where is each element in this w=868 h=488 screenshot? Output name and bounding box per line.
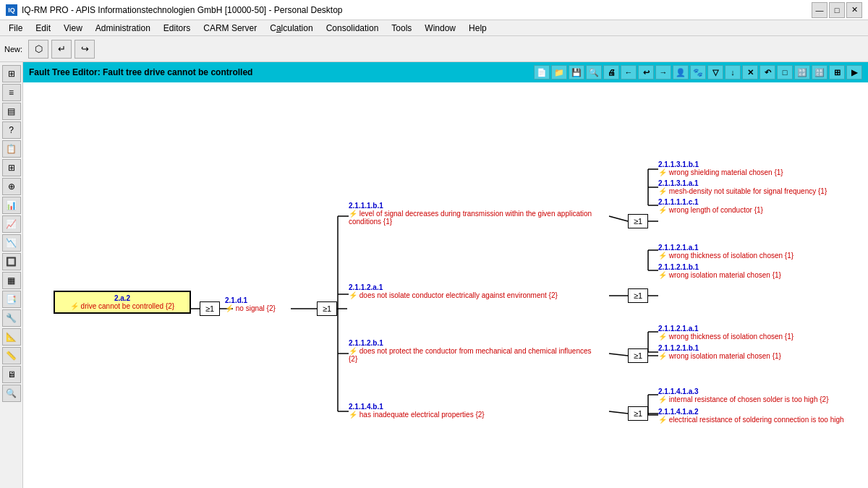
leaf-3[interactable]: 2.1.1.1.1.c.1 ⚡ wrong length of conducto… [658, 198, 763, 214]
node-root[interactable]: 2.a.2 ⚡ drive cannot be controlled {2} [54, 291, 191, 314]
gate-b1[interactable]: ≥1 [628, 214, 648, 228]
sidebar-btn-chart1[interactable]: 📊 [2, 197, 21, 214]
editor-btn-save[interactable]: 💾 [569, 65, 584, 80]
gate-1[interactable]: ≥1 [200, 301, 220, 316]
sidebar-btn-grid[interactable]: ⊞ [2, 65, 21, 82]
editor-btn-close[interactable]: ✕ [742, 65, 758, 80]
leaf-4[interactable]: 2.1.1.2.1.a.1 ⚡ wrong thickness of isola… [658, 244, 793, 260]
sidebar-btn-doc[interactable]: 📑 [2, 291, 21, 308]
leaf-9[interactable]: 2.1.1.4.1.a.2 ⚡ electrical resistance of… [658, 408, 844, 424]
sidebar-btn-sym[interactable]: ⊞ [2, 159, 21, 176]
gate-b4[interactable]: ≥1 [628, 406, 648, 421]
menu-file[interactable]: File [3, 22, 28, 35]
menu-tools[interactable]: Tools [386, 22, 417, 35]
leaf-4-text: ⚡ wrong thickness of isolation chosen {1… [658, 252, 793, 260]
toolbar-btn-2[interactable]: ↵ [51, 40, 72, 59]
leaf-7[interactable]: 2.1.1.2.1.b.1 ⚡ wrong isolation material… [658, 344, 781, 360]
menu-consolidation[interactable]: Consolidation [320, 22, 385, 35]
leaf-7-label: 2.1.1.2.1.b.1 [658, 344, 781, 352]
gate-1-label: ≥1 [200, 301, 220, 316]
sidebar-btn-zoom[interactable]: 🔍 [2, 385, 21, 402]
sidebar-btn-rect[interactable]: 🔲 [2, 253, 21, 270]
gate-b3[interactable]: ≥1 [628, 348, 648, 363]
gate-2-label: ≥1 [317, 301, 337, 316]
editor-btn-down[interactable]: ↓ [725, 65, 741, 80]
menu-calculation[interactable]: Calculation [264, 22, 318, 35]
leaf-5[interactable]: 2.1.1.2.1.b.1 ⚡ wrong isolation material… [658, 263, 781, 279]
editor-btn-right[interactable]: → [655, 65, 671, 80]
sidebar-btn-tree[interactable]: ▤ [2, 103, 21, 120]
sidebar-btn-table[interactable]: ▦ [2, 272, 21, 289]
leaf-6[interactable]: 2.1.1.2.1.a.1 ⚡ wrong thickness of isola… [658, 325, 793, 341]
sidebar-btn-clip[interactable]: 📋 [2, 140, 21, 158]
sidebar-btn-monitor[interactable]: 🖥 [2, 366, 21, 383]
node-b4[interactable]: 2.1.1.4.b.1 ⚡ has inadequate electrical … [349, 403, 602, 419]
node-b1[interactable]: 2.1.1.1.b.1 ⚡ level of signal decreases … [349, 202, 602, 226]
editor-btn-print[interactable]: 🖨 [603, 65, 619, 80]
node-b1-label: 2.1.1.1.b.1 [349, 202, 602, 210]
svg-line-12 [609, 411, 628, 414]
editor-btn-expand[interactable]: ⊞ [829, 65, 845, 80]
menu-view[interactable]: View [58, 22, 88, 35]
editor-btn-left[interactable]: ← [621, 65, 637, 80]
gate-b2[interactable]: ≥1 [628, 288, 648, 303]
editor-btn-user[interactable]: 👤 [673, 65, 689, 80]
sidebar-btn-measure[interactable]: 📐 [2, 328, 21, 346]
leaf-6-text: ⚡ wrong thickness of isolation chosen {1… [658, 333, 793, 341]
sidebar-btn-list[interactable]: ≡ [2, 84, 21, 101]
sidebar-btn-help[interactable]: ? [2, 121, 21, 139]
gate-2[interactable]: ≥1 [317, 301, 337, 316]
editor-btn-open[interactable]: 📁 [551, 65, 567, 80]
leaf-9-label: 2.1.1.4.1.a.2 [658, 408, 844, 416]
node-b4-text: ⚡ has inadequate electrical properties {… [349, 411, 602, 419]
editor-btn-filter[interactable]: ▽ [707, 65, 723, 80]
editor-btn-paw[interactable]: 🐾 [690, 65, 706, 80]
sidebar-btn-chart2[interactable]: 📈 [2, 215, 21, 233]
menu-administration[interactable]: Administration [90, 22, 156, 35]
leaf-2[interactable]: 2.1.1.3.1.a.1 ⚡ mesh-density not suitabl… [658, 179, 827, 195]
menu-edit[interactable]: Edit [30, 22, 56, 35]
sidebar-btn-ruler[interactable]: 📏 [2, 347, 21, 364]
window-controls[interactable]: — □ ✕ [812, 2, 862, 18]
editor-btn-rotate[interactable]: ↶ [760, 65, 775, 80]
toolbar-btn-1[interactable]: ⬡ [28, 40, 48, 59]
editor-content: Fault Tree Editor: Fault tree drive cann… [23, 62, 868, 488]
close-button[interactable]: ✕ [846, 2, 862, 18]
leaf-8[interactable]: 2.1.1.4.1.a.3 ⚡ internal resistance of c… [658, 388, 828, 403]
editor-btn-square[interactable]: □ [777, 65, 793, 80]
node-b3[interactable]: 2.1.1.2.b.1 ⚡ does not protect the condu… [349, 339, 602, 363]
editor-btn-text1[interactable]: 🔡 [794, 65, 810, 80]
menu-bar: File Edit View Administration Editors CA… [0, 20, 868, 36]
sidebar-btn-tool[interactable]: 🔧 [2, 309, 21, 327]
node-2-1-d-1[interactable]: 2.1.d.1 ⚡ no signal {2} [222, 296, 309, 312]
leaf-9-text: ⚡ electrical resistance of soldering con… [658, 416, 844, 424]
editor-btn-undo[interactable]: ↩ [638, 65, 654, 80]
node-b3-label: 2.1.1.2.b.1 [349, 339, 602, 347]
menu-window[interactable]: Window [419, 22, 461, 35]
sidebar-btn-chart3[interactable]: 📉 [2, 234, 21, 252]
node-b2-text: ⚡ does not isolate conductor electricall… [349, 291, 602, 299]
maximize-button[interactable]: □ [829, 2, 845, 18]
editor-btn-search[interactable]: 🔍 [586, 65, 602, 80]
editor-title: Fault Tree Editor: Fault tree drive cann… [29, 67, 252, 77]
menu-help[interactable]: Help [463, 22, 493, 35]
node-2-1-d-1-text: ⚡ no signal {2} [225, 304, 309, 312]
menu-editors[interactable]: Editors [158, 22, 196, 35]
fault-tree-diagram: 2.a.2 ⚡ drive cannot be controlled {2} ≥… [23, 82, 868, 488]
leaf-1[interactable]: 2.1.1.3.1.b.1 ⚡ wrong shielding material… [658, 160, 783, 176]
node-b2[interactable]: 2.1.1.2.a.1 ⚡ does not isolate conductor… [349, 283, 602, 299]
sidebar-btn-add[interactable]: ⊕ [2, 178, 21, 195]
editor-btn-text2[interactable]: 🔠 [812, 65, 827, 80]
app-icon: IQ [6, 4, 17, 16]
toolbar-btn-3[interactable]: ↪ [75, 40, 95, 59]
leaf-1-text: ⚡ wrong shielding material chosen {1} [658, 168, 783, 176]
minimize-button[interactable]: — [812, 2, 827, 18]
main-toolbar: New: ⬡ ↵ ↪ [0, 36, 868, 62]
node-2-1-d-1-label: 2.1.d.1 [225, 296, 309, 304]
new-label: New: [4, 45, 22, 53]
editor-btn-new[interactable]: 📄 [534, 65, 550, 80]
menu-carm-server[interactable]: CARM Server [197, 22, 263, 35]
main-area: ⊞ ≡ ▤ ? 📋 ⊞ ⊕ 📊 📈 📉 🔲 ▦ 📑 🔧 📐 📏 🖥 🔍 Faul… [0, 62, 868, 488]
editor-btn-nav[interactable]: ▶ [846, 65, 862, 80]
gate-b1-label: ≥1 [628, 214, 648, 228]
